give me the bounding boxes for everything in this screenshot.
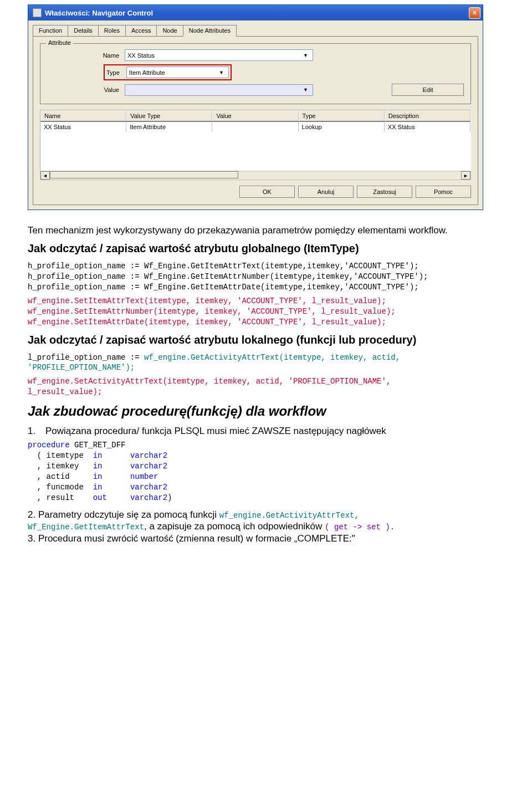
dialog-buttons: OK Anuluj Zastosuj Pomoc [40, 180, 471, 198]
properties-dialog: Właściwości: Navigator Control × Functio… [28, 4, 483, 210]
heading-local-attr: Jak odczytać / zapisać wartość atrybutu … [28, 333, 515, 347]
horizontal-scrollbar[interactable]: ◄ ► [40, 171, 471, 180]
table-header: Name Value Type Value Type Description [40, 110, 470, 122]
tab-strip: Function Details Roles Access Node Node … [28, 21, 483, 36]
chevron-down-icon: ▼ [217, 68, 226, 76]
edit-button[interactable]: Edit [392, 84, 464, 96]
type-highlight-box: Type Item Attribute ▼ [104, 64, 232, 80]
list-text-1: Powiązana procedura/ funkcja PLSQL musi … [45, 425, 386, 437]
value-dropdown[interactable]: ▼ [125, 84, 313, 96]
code-set-local: wf_engine.SetActivityAttrText(itemtype, … [28, 376, 515, 397]
scroll-left-icon[interactable]: ◄ [40, 171, 50, 180]
close-button[interactable]: × [469, 7, 480, 19]
list-num-1: 1. [28, 425, 40, 437]
tab-function[interactable]: Function [33, 25, 68, 36]
name-value: XX Status [127, 52, 155, 59]
chevron-down-icon: ▼ [301, 51, 310, 59]
window-title: Właściwości: Navigator Control [45, 9, 153, 17]
name-label: Name [47, 52, 125, 59]
col-name[interactable]: Name [40, 110, 126, 121]
code-procedure: procedure GET_RET_DFF ( itemtype in varc… [28, 440, 515, 503]
fieldset-legend: Attribute [46, 39, 73, 46]
titlebar: Właściwości: Navigator Control × [28, 5, 483, 21]
tab-node[interactable]: Node [156, 25, 183, 36]
cell-description: XX Status [385, 122, 470, 132]
apply-button[interactable]: Zastosuj [357, 186, 412, 198]
cell-value [212, 122, 298, 132]
table-row[interactable]: XX Status Item Attribute Lookup XX Statu… [40, 122, 470, 132]
tab-panel: Attribute Name XX Status ▼ Type Item Att… [33, 36, 478, 205]
scroll-right-icon[interactable]: ► [461, 171, 470, 180]
intro-paragraph: Ten mechanizm jest wykorzystywany do prz… [28, 224, 515, 236]
tab-access[interactable]: Access [125, 25, 157, 36]
col-description[interactable]: Description [385, 110, 470, 121]
heading-global-attr: Jak odczytać / zapisać wartość atrybutu … [28, 242, 515, 256]
type-label: Type [106, 69, 123, 76]
window-icon [33, 8, 42, 17]
attribute-fieldset: Attribute Name XX Status ▼ Type Item Att… [40, 43, 471, 104]
type-value: Item Attribute [129, 69, 165, 76]
attributes-table: Name Value Type Value Type Description X… [40, 110, 471, 171]
cell-type: Lookup [299, 122, 385, 132]
col-value[interactable]: Value [212, 110, 298, 121]
code-get-local: l_profile_option_name := wf_engine.GetAc… [28, 353, 515, 374]
name-dropdown[interactable]: XX Status ▼ [125, 49, 313, 61]
col-type[interactable]: Type [299, 110, 385, 121]
value-label: Value [47, 86, 125, 93]
chevron-down-icon: ▼ [301, 86, 310, 94]
tab-node-attributes[interactable]: Node Attributes [183, 25, 237, 37]
tab-roles[interactable]: Roles [98, 25, 126, 36]
code-get-global: h_profile_option_name := Wf_Engine.GetIt… [28, 261, 515, 293]
cell-name: XX Status [40, 122, 126, 132]
document-body: Ten mechanizm jest wykorzystywany do prz… [0, 210, 532, 572]
list-item-1: 1. Powiązana procedura/ funkcja PLSQL mu… [28, 425, 515, 437]
heading-build-procedure: Jak zbudować procedurę(funkcję) dla work… [28, 403, 515, 420]
tab-details[interactable]: Details [68, 25, 99, 36]
scroll-track[interactable] [50, 171, 461, 180]
scroll-thumb[interactable] [50, 171, 238, 178]
code-set-global: wf_engine.SetItemAttrText(itemtype, item… [28, 296, 515, 328]
type-dropdown[interactable]: Item Attribute ▼ [126, 67, 229, 78]
cancel-button[interactable]: Anuluj [298, 186, 354, 198]
ok-button[interactable]: OK [239, 186, 295, 198]
help-button[interactable]: Pomoc [416, 186, 471, 198]
col-value-type[interactable]: Value Type [126, 110, 212, 121]
cell-value-type: Item Attribute [126, 122, 212, 132]
close-icon: × [473, 9, 477, 17]
list-item-2: 2. Parametry odczytuje się za pomocą fun… [28, 509, 515, 544]
